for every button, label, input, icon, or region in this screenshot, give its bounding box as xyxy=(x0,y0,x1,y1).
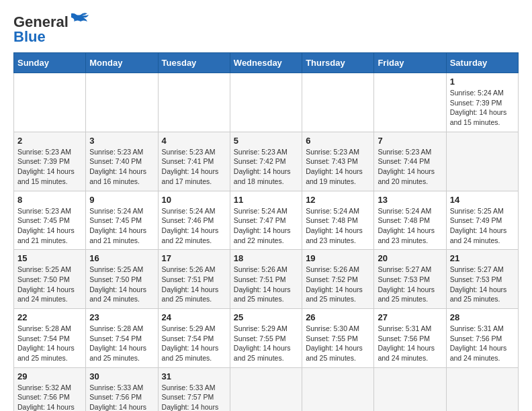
weekday-header-thursday: Thursday xyxy=(302,53,374,73)
calendar-cell xyxy=(374,367,446,411)
calendar-week-2: 2Sunrise: 5:23 AM Sunset: 7:39 PM Daylig… xyxy=(14,132,519,191)
day-info: Sunrise: 5:23 AM Sunset: 7:42 PM Dayligh… xyxy=(234,147,298,187)
calendar-cell: 17Sunrise: 5:26 AM Sunset: 7:51 PM Dayli… xyxy=(158,250,230,309)
calendar-cell: 5Sunrise: 5:23 AM Sunset: 7:42 PM Daylig… xyxy=(230,132,302,191)
day-info: Sunrise: 5:23 AM Sunset: 7:41 PM Dayligh… xyxy=(162,147,226,187)
logo-text-blue: Blue xyxy=(13,28,46,46)
weekday-header-monday: Monday xyxy=(86,53,158,73)
day-info: Sunrise: 5:28 AM Sunset: 7:54 PM Dayligh… xyxy=(17,324,82,363)
day-info: Sunrise: 5:25 AM Sunset: 7:50 PM Dayligh… xyxy=(17,265,82,304)
day-info: Sunrise: 5:25 AM Sunset: 7:49 PM Dayligh… xyxy=(450,206,515,246)
day-info: Sunrise: 5:23 AM Sunset: 7:44 PM Dayligh… xyxy=(378,147,442,187)
calendar-cell: 11Sunrise: 5:24 AM Sunset: 7:47 PM Dayli… xyxy=(230,191,302,250)
calendar-cell: 3Sunrise: 5:23 AM Sunset: 7:40 PM Daylig… xyxy=(86,132,158,191)
calendar-cell: 12Sunrise: 5:24 AM Sunset: 7:48 PM Dayli… xyxy=(302,191,374,250)
header-row: SundayMondayTuesdayWednesdayThursdayFrid… xyxy=(14,53,519,73)
page-header: General Blue xyxy=(13,13,519,46)
calendar-cell xyxy=(446,132,518,191)
calendar-cell xyxy=(446,367,518,411)
day-info: Sunrise: 5:29 AM Sunset: 7:55 PM Dayligh… xyxy=(234,324,298,363)
day-info: Sunrise: 5:25 AM Sunset: 7:50 PM Dayligh… xyxy=(89,265,154,304)
day-number: 23 xyxy=(89,312,154,322)
calendar-week-4: 15Sunrise: 5:25 AM Sunset: 7:50 PM Dayli… xyxy=(14,250,519,309)
day-number: 24 xyxy=(162,312,226,322)
weekday-header-sunday: Sunday xyxy=(14,53,86,73)
day-info: Sunrise: 5:26 AM Sunset: 7:51 PM Dayligh… xyxy=(234,265,298,304)
calendar-cell xyxy=(158,73,230,132)
weekday-header-saturday: Saturday xyxy=(446,53,518,73)
calendar-header: SundayMondayTuesdayWednesdayThursdayFrid… xyxy=(14,53,519,73)
day-number: 21 xyxy=(450,253,515,263)
day-number: 29 xyxy=(17,371,82,381)
day-info: Sunrise: 5:24 AM Sunset: 7:39 PM Dayligh… xyxy=(450,88,515,128)
calendar-cell: 22Sunrise: 5:28 AM Sunset: 7:54 PM Dayli… xyxy=(14,309,86,368)
calendar-cell: 28Sunrise: 5:31 AM Sunset: 7:56 PM Dayli… xyxy=(446,309,518,368)
day-info: Sunrise: 5:23 AM Sunset: 7:43 PM Dayligh… xyxy=(306,147,370,187)
calendar-week-1: 1Sunrise: 5:24 AM Sunset: 7:39 PM Daylig… xyxy=(14,73,519,132)
day-number: 26 xyxy=(306,312,370,322)
day-number: 28 xyxy=(450,312,515,322)
day-number: 16 xyxy=(89,253,154,263)
calendar-week-3: 8Sunrise: 5:23 AM Sunset: 7:45 PM Daylig… xyxy=(14,191,519,250)
logo-bird-icon xyxy=(71,12,90,27)
calendar-cell: 29Sunrise: 5:32 AM Sunset: 7:56 PM Dayli… xyxy=(14,367,86,411)
day-info: Sunrise: 5:31 AM Sunset: 7:56 PM Dayligh… xyxy=(378,324,442,363)
day-info: Sunrise: 5:29 AM Sunset: 7:54 PM Dayligh… xyxy=(162,324,226,363)
day-info: Sunrise: 5:26 AM Sunset: 7:52 PM Dayligh… xyxy=(306,265,370,304)
calendar-cell: 30Sunrise: 5:33 AM Sunset: 7:56 PM Dayli… xyxy=(86,367,158,411)
calendar-table: SundayMondayTuesdayWednesdayThursdayFrid… xyxy=(13,52,519,411)
day-info: Sunrise: 5:23 AM Sunset: 7:45 PM Dayligh… xyxy=(17,206,82,246)
calendar-cell xyxy=(302,367,374,411)
calendar-body: 1Sunrise: 5:24 AM Sunset: 7:39 PM Daylig… xyxy=(14,73,519,412)
day-number: 11 xyxy=(234,195,298,205)
day-number: 12 xyxy=(306,195,370,205)
calendar-cell: 9Sunrise: 5:24 AM Sunset: 7:45 PM Daylig… xyxy=(86,191,158,250)
day-number: 13 xyxy=(378,195,442,205)
day-number: 22 xyxy=(17,312,82,322)
calendar-cell: 7Sunrise: 5:23 AM Sunset: 7:44 PM Daylig… xyxy=(374,132,446,191)
calendar-cell: 19Sunrise: 5:26 AM Sunset: 7:52 PM Dayli… xyxy=(302,250,374,309)
calendar-week-6: 29Sunrise: 5:32 AM Sunset: 7:56 PM Dayli… xyxy=(14,367,519,411)
day-info: Sunrise: 5:32 AM Sunset: 7:56 PM Dayligh… xyxy=(17,383,82,411)
logo: General Blue xyxy=(13,13,90,46)
calendar-cell xyxy=(86,73,158,132)
day-info: Sunrise: 5:24 AM Sunset: 7:47 PM Dayligh… xyxy=(234,206,298,246)
day-info: Sunrise: 5:24 AM Sunset: 7:46 PM Dayligh… xyxy=(162,206,226,246)
calendar-cell: 1Sunrise: 5:24 AM Sunset: 7:39 PM Daylig… xyxy=(446,73,518,132)
calendar-cell xyxy=(374,73,446,132)
calendar-cell: 15Sunrise: 5:25 AM Sunset: 7:50 PM Dayli… xyxy=(14,250,86,309)
day-number: 10 xyxy=(162,195,226,205)
day-number: 4 xyxy=(162,136,226,146)
calendar-cell: 26Sunrise: 5:30 AM Sunset: 7:55 PM Dayli… xyxy=(302,309,374,368)
day-number: 18 xyxy=(234,253,298,263)
day-info: Sunrise: 5:27 AM Sunset: 7:53 PM Dayligh… xyxy=(450,265,515,304)
calendar-cell: 14Sunrise: 5:25 AM Sunset: 7:49 PM Dayli… xyxy=(446,191,518,250)
day-info: Sunrise: 5:24 AM Sunset: 7:48 PM Dayligh… xyxy=(306,206,370,246)
calendar-cell: 21Sunrise: 5:27 AM Sunset: 7:53 PM Dayli… xyxy=(446,250,518,309)
day-info: Sunrise: 5:23 AM Sunset: 7:40 PM Dayligh… xyxy=(89,147,154,187)
calendar-cell: 2Sunrise: 5:23 AM Sunset: 7:39 PM Daylig… xyxy=(14,132,86,191)
calendar-cell: 10Sunrise: 5:24 AM Sunset: 7:46 PM Dayli… xyxy=(158,191,230,250)
day-number: 7 xyxy=(378,136,442,146)
day-info: Sunrise: 5:26 AM Sunset: 7:51 PM Dayligh… xyxy=(162,265,226,304)
day-number: 30 xyxy=(89,371,154,381)
day-info: Sunrise: 5:33 AM Sunset: 7:57 PM Dayligh… xyxy=(162,383,226,411)
calendar-cell xyxy=(230,367,302,411)
calendar-cell: 8Sunrise: 5:23 AM Sunset: 7:45 PM Daylig… xyxy=(14,191,86,250)
day-number: 1 xyxy=(450,77,515,87)
weekday-header-tuesday: Tuesday xyxy=(158,53,230,73)
calendar-week-5: 22Sunrise: 5:28 AM Sunset: 7:54 PM Dayli… xyxy=(14,309,519,368)
calendar-cell: 16Sunrise: 5:25 AM Sunset: 7:50 PM Dayli… xyxy=(86,250,158,309)
day-info: Sunrise: 5:28 AM Sunset: 7:54 PM Dayligh… xyxy=(89,324,154,363)
calendar-cell: 4Sunrise: 5:23 AM Sunset: 7:41 PM Daylig… xyxy=(158,132,230,191)
calendar-cell xyxy=(230,73,302,132)
day-number: 3 xyxy=(89,136,154,146)
day-info: Sunrise: 5:33 AM Sunset: 7:56 PM Dayligh… xyxy=(89,383,154,411)
day-info: Sunrise: 5:31 AM Sunset: 7:56 PM Dayligh… xyxy=(450,324,515,363)
day-number: 5 xyxy=(234,136,298,146)
day-info: Sunrise: 5:27 AM Sunset: 7:53 PM Dayligh… xyxy=(378,265,442,304)
day-number: 25 xyxy=(234,312,298,322)
day-number: 6 xyxy=(306,136,370,146)
calendar-cell xyxy=(14,73,86,132)
calendar-cell: 6Sunrise: 5:23 AM Sunset: 7:43 PM Daylig… xyxy=(302,132,374,191)
